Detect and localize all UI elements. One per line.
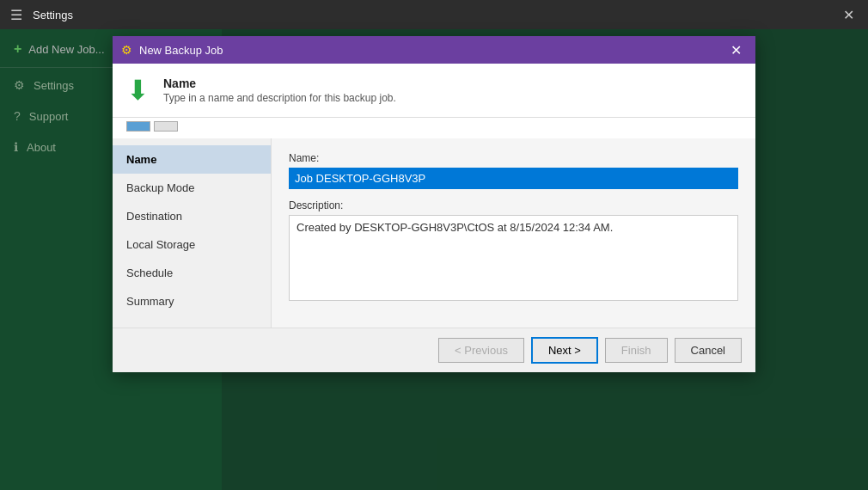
progress-block-2 (154, 121, 178, 132)
modal-body: Name Backup Mode Destination Local Stora… (113, 138, 755, 328)
step-backup-mode[interactable]: Backup Mode (113, 174, 271, 202)
content-area: + Add New Job... ⚙ Settings ? Support ℹ … (0, 29, 868, 490)
description-textarea[interactable]: Created by DESKTOP-GGH8V3P\CtOS at 8/15/… (289, 215, 738, 301)
modal-footer: < Previous Next > Finish Cancel (113, 328, 755, 372)
app-close-button[interactable]: ✕ (836, 3, 861, 27)
name-label: Name: (289, 152, 738, 164)
name-input[interactable] (289, 168, 738, 189)
modal-header-description: Type in a name and description for this … (163, 92, 396, 104)
finish-button[interactable]: Finish (605, 338, 668, 363)
title-bar: ☰ Settings ✕ (0, 0, 868, 29)
step-destination[interactable]: Destination (113, 202, 271, 230)
menu-icon[interactable]: ☰ (7, 3, 26, 27)
description-label: Description: (289, 199, 738, 211)
new-backup-job-modal: ⚙ New Backup Job ✕ ⬇ Name Type in a name… (113, 36, 755, 372)
modal-header-text: Name Type in a name and description for … (163, 77, 396, 104)
name-field-group: Name: (289, 152, 738, 189)
cancel-button[interactable]: Cancel (675, 338, 742, 363)
step-name[interactable]: Name (113, 145, 271, 174)
step-nav: Name Backup Mode Destination Local Stora… (113, 138, 272, 328)
modal-title: New Backup Job (139, 44, 718, 57)
previous-button[interactable]: < Previous (438, 338, 524, 363)
step-local-storage[interactable]: Local Storage (113, 230, 271, 259)
description-field-group: Description: Created by DESKTOP-GGH8V3P\… (289, 199, 738, 303)
modal-header: ⬇ Name Type in a name and description fo… (113, 64, 755, 118)
progress-block-1 (126, 121, 150, 132)
step-content: Name: Description: Created by DESKTOP-GG… (272, 138, 755, 328)
modal-progress (113, 118, 755, 138)
app-window: ☰ Settings ✕ + Add New Job... ⚙ Settings… (0, 0, 868, 490)
modal-overlay: ⚙ New Backup Job ✕ ⬇ Name Type in a name… (0, 29, 868, 490)
modal-title-icon: ⚙ (121, 43, 132, 57)
download-icon: ⬇ (126, 74, 150, 107)
modal-title-bar: ⚙ New Backup Job ✕ (113, 36, 755, 64)
app-title: Settings (33, 9, 73, 21)
next-button[interactable]: Next > (531, 337, 598, 364)
modal-close-button[interactable]: ✕ (725, 40, 747, 60)
step-summary[interactable]: Summary (113, 287, 271, 315)
modal-header-title: Name (163, 77, 396, 90)
step-schedule[interactable]: Schedule (113, 259, 271, 287)
